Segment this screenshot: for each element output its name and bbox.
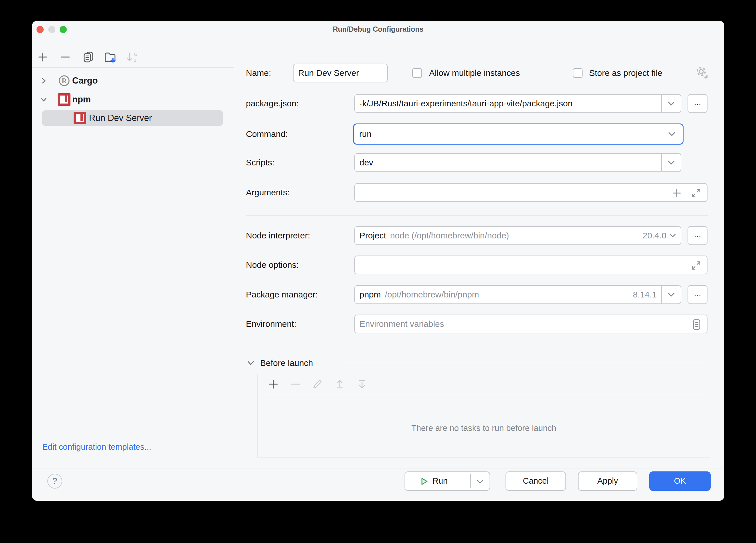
before-launch-title: Before launch [260, 356, 313, 370]
package-json-combobox[interactable]: ·k/JB/Rust/tauri-experiments/tauri-app-v… [354, 94, 681, 113]
chevron-down-icon[interactable] [667, 101, 675, 106]
command-value: run [359, 129, 371, 139]
package-json-value: ·k/JB/Rust/tauri-experiments/tauri-app-v… [359, 99, 573, 108]
environment-label: Environment: [246, 314, 296, 333]
package-manager-label: Package manager: [246, 285, 318, 304]
expand-field-icon[interactable] [690, 259, 702, 272]
node-interpreter-combobox[interactable]: Project node (/opt/homebrew/bin/node) 20… [354, 226, 681, 245]
add-configuration-icon[interactable] [37, 51, 49, 63]
name-value: Run Dev Server [298, 68, 359, 78]
sort-alpha-icon[interactable]: a z [126, 51, 138, 63]
sidebar-toolbar-divider [32, 67, 234, 68]
tree-item-cargo[interactable]: R Cargo [32, 74, 234, 88]
move-task-down-icon[interactable] [356, 378, 368, 390]
chevron-down-icon[interactable] [668, 132, 676, 137]
arguments-label: Arguments: [246, 183, 290, 202]
scripts-label: Scripts: [246, 153, 274, 172]
name-input[interactable]: Run Dev Server [293, 64, 388, 82]
edit-configuration-templates-link[interactable]: Edit configuration templates... [42, 442, 151, 452]
arguments-input[interactable] [354, 183, 708, 202]
node-interpreter-label: Node interpreter: [246, 226, 310, 245]
before-launch-toolbar-divider [258, 395, 710, 395]
environment-placeholder: Environment variables [359, 319, 444, 329]
copy-configuration-icon[interactable] [82, 51, 94, 63]
add-argument-icon[interactable] [672, 188, 682, 198]
allow-multiple-instances-checkbox[interactable] [412, 68, 422, 78]
npm-icon [74, 112, 86, 124]
tree-item-npm[interactable]: npm [32, 92, 234, 107]
chevron-down-icon[interactable] [667, 292, 675, 297]
ok-button[interactable]: OK [649, 471, 711, 491]
store-as-project-file-label: Store as project file [589, 64, 662, 82]
name-label: Name: [246, 64, 271, 82]
cargo-icon: R [58, 74, 70, 87]
chevron-down-icon[interactable] [40, 96, 47, 103]
store-as-project-file-checkbox[interactable] [573, 68, 583, 78]
form-section-divider [246, 215, 708, 216]
chevron-down-icon[interactable] [669, 233, 676, 238]
before-launch-header-line [339, 363, 707, 363]
node-interpreter-version: 20.4.0 [643, 231, 666, 241]
package-manager-browse-button[interactable]: ... [688, 285, 708, 304]
package-manager-combobox[interactable]: pnpm /opt/homebrew/bin/pnpm 8.14.1 [354, 285, 681, 304]
combo-divider [661, 286, 662, 303]
svg-text:a: a [134, 51, 137, 57]
combo-divider [661, 154, 662, 172]
run-button-divider [470, 474, 471, 488]
scripts-value: dev [359, 158, 373, 168]
apply-button[interactable]: Apply [578, 471, 637, 491]
run-options-chevron-icon[interactable] [476, 479, 484, 484]
node-interpreter-browse-button[interactable]: ... [688, 226, 708, 245]
command-combobox[interactable]: run [353, 124, 684, 145]
before-launch-panel [257, 373, 710, 458]
window-title: Run/Debug Configurations [32, 21, 724, 37]
run-play-icon [420, 477, 428, 486]
package-manager-value: pnpm [359, 290, 381, 299]
chevron-down-icon[interactable] [667, 160, 675, 165]
combo-divider [661, 95, 662, 112]
remove-task-icon[interactable] [289, 378, 302, 390]
node-interpreter-value: Project [359, 231, 386, 241]
store-settings-gear-icon[interactable] [694, 65, 709, 80]
package-json-browse-button[interactable]: ... [688, 94, 708, 113]
tree-item-label: Run Dev Server [89, 111, 152, 125]
tree-item-run-dev-server-selected[interactable]: Run Dev Server [42, 110, 223, 126]
npm-icon [58, 93, 70, 106]
svg-text:z: z [134, 57, 137, 63]
new-folder-icon[interactable] [104, 51, 116, 63]
package-json-label: package.json: [246, 94, 299, 113]
scripts-combobox[interactable]: dev [354, 153, 681, 172]
cancel-button[interactable]: Cancel [506, 471, 566, 491]
add-task-icon[interactable] [267, 378, 280, 390]
run-debug-configurations-dialog: Run/Debug Configurations a z [32, 21, 724, 501]
tree-item-label: npm [72, 92, 91, 107]
run-split-button[interactable]: Run [405, 471, 490, 491]
edit-task-pencil-icon[interactable] [311, 378, 324, 390]
command-label: Command: [246, 125, 288, 144]
node-options-label: Node options: [246, 256, 299, 274]
chevron-right-icon[interactable] [40, 77, 47, 84]
footer-divider [32, 469, 724, 469]
node-interpreter-path: node (/opt/homebrew/bin/node) [390, 231, 509, 241]
help-button[interactable]: ? [47, 474, 62, 488]
node-options-input[interactable] [354, 256, 708, 274]
remove-configuration-icon[interactable] [59, 51, 72, 63]
run-button-label: Run [432, 472, 448, 490]
environment-input[interactable]: Environment variables [354, 314, 708, 333]
allow-multiple-instances-label: Allow multiple instances [429, 64, 520, 82]
package-manager-path: /opt/homebrew/bin/pnpm [385, 290, 479, 299]
screen: Run/Debug Configurations a z [0, 0, 756, 543]
sidebar-vertical-divider [234, 67, 234, 469]
tree-item-label: Cargo [72, 74, 98, 88]
svg-text:R: R [62, 77, 67, 85]
before-launch-collapse-icon[interactable] [246, 359, 255, 367]
environment-variables-browse-icon[interactable] [690, 318, 703, 331]
package-manager-version: 8.14.1 [633, 290, 657, 299]
move-task-up-icon[interactable] [333, 378, 346, 390]
before-launch-empty-text: There are no tasks to run before launch [257, 423, 710, 433]
expand-field-icon[interactable] [690, 187, 702, 199]
